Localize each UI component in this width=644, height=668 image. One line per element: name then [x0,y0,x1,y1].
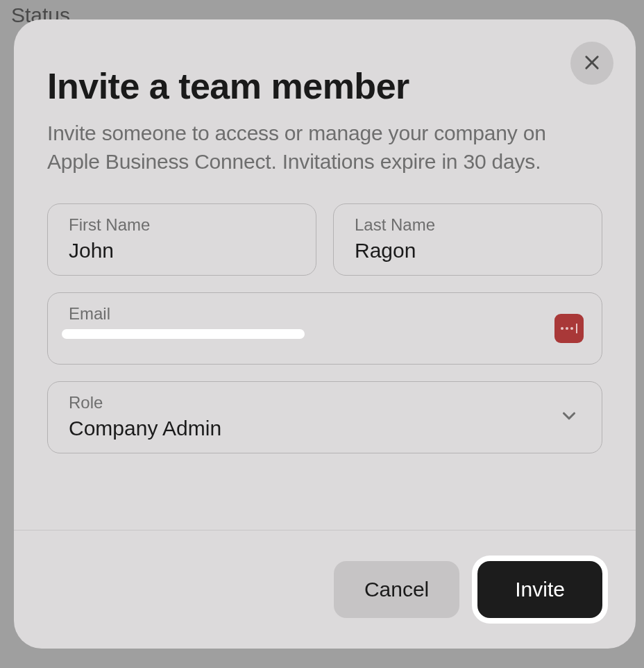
invite-button[interactable]: Invite [477,561,602,618]
last-name-input[interactable] [355,239,581,262]
email-label: Email [69,304,581,324]
last-name-label: Last Name [355,215,581,235]
first-name-label: First Name [69,215,295,235]
first-name-field[interactable]: First Name [47,203,316,276]
cancel-button[interactable]: Cancel [334,561,459,618]
name-row: First Name Last Name [47,203,602,276]
first-name-input[interactable] [69,239,295,262]
modal-footer: Cancel Invite [14,530,636,649]
password-manager-icon[interactable] [554,314,584,343]
email-field[interactable]: Email [47,292,602,365]
role-value: Company Admin [69,417,581,440]
modal-subtitle: Invite someone to access or manage your … [47,119,602,176]
modal-header: Invite a team member Invite someone to a… [14,19,636,203]
modal-title: Invite a team member [47,65,602,107]
email-row: Email [47,292,602,365]
last-name-field[interactable]: Last Name [333,203,602,276]
role-field[interactable]: Role Company Admin [47,381,602,453]
role-row: Role Company Admin [47,381,602,453]
role-label: Role [69,393,581,412]
chevron-down-icon [559,406,579,429]
modal-body: First Name Last Name Email [14,203,636,530]
invite-modal: Invite a team member Invite someone to a… [14,19,636,649]
invite-highlight: Invite [472,556,608,624]
email-redaction [62,329,305,339]
